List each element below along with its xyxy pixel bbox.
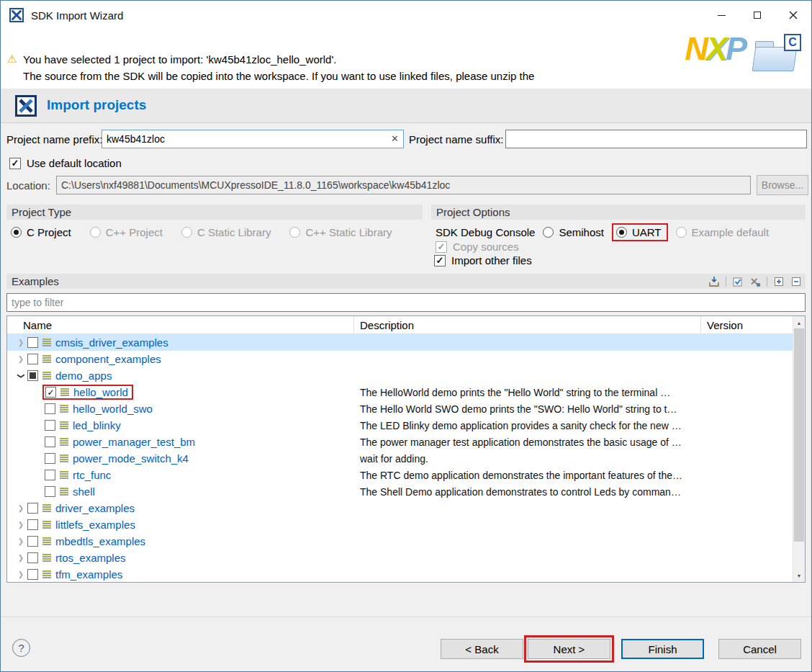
example-item-label[interactable]: shell bbox=[73, 485, 95, 498]
example-item-label[interactable]: led_blinky bbox=[73, 419, 121, 431]
table-row[interactable]: ❯component_examples bbox=[7, 351, 793, 367]
row-name-cell: ❯littlefs_examples bbox=[7, 516, 354, 533]
example-item-label[interactable]: hello_world bbox=[73, 386, 128, 398]
browse-button[interactable]: Browse... bbox=[757, 175, 808, 195]
radio-icon[interactable] bbox=[289, 227, 300, 238]
example-item-label[interactable]: power_mode_switch_k4 bbox=[73, 452, 189, 465]
back-button[interactable]: < Back bbox=[441, 639, 523, 659]
scroll-down-icon[interactable]: ▼ bbox=[793, 570, 805, 581]
row-checkbox[interactable] bbox=[27, 536, 38, 547]
radio-icon[interactable] bbox=[11, 227, 22, 238]
row-checkbox[interactable] bbox=[45, 453, 55, 464]
example-item-label[interactable]: littlefs_examples bbox=[55, 519, 135, 531]
radio-icon[interactable] bbox=[90, 227, 101, 238]
example-item-label[interactable]: demo_apps bbox=[55, 369, 112, 382]
table-row[interactable]: ❯tfm_examples bbox=[7, 566, 793, 582]
next-button[interactable]: Next > bbox=[528, 639, 610, 659]
row-checkbox[interactable] bbox=[27, 354, 38, 364]
row-checkbox[interactable] bbox=[27, 552, 38, 563]
example-item-label[interactable]: component_examples bbox=[55, 353, 161, 365]
table-row[interactable]: hello_world_swoThe Hello World SWO demo … bbox=[7, 400, 793, 417]
radio-c-project[interactable]: C++ Project bbox=[90, 226, 163, 238]
row-checkbox[interactable] bbox=[45, 403, 55, 414]
example-item-label[interactable]: cmsis_driver_examples bbox=[55, 336, 168, 349]
import-other-files-checkbox[interactable] bbox=[434, 255, 446, 266]
radio-icon[interactable] bbox=[181, 227, 192, 238]
chevron-collapsed-icon[interactable]: ❯ bbox=[14, 356, 27, 363]
project-name-suffix-input[interactable] bbox=[505, 130, 807, 148]
radio-icon[interactable] bbox=[616, 227, 627, 238]
radio-semihost[interactable]: Semihost bbox=[543, 226, 604, 238]
select-all-icon[interactable] bbox=[732, 276, 744, 287]
deselect-all-icon[interactable] bbox=[749, 276, 761, 287]
help-button[interactable]: ? bbox=[12, 639, 30, 657]
collapse-all-icon[interactable] bbox=[790, 276, 802, 287]
chevron-collapsed-icon[interactable]: ❯ bbox=[14, 571, 27, 578]
example-item-label[interactable]: tfm_examples bbox=[55, 568, 122, 581]
row-body: mbedtls_examples bbox=[27, 534, 145, 549]
chevron-collapsed-icon[interactable]: ❯ bbox=[14, 538, 27, 545]
table-row[interactable]: led_blinkyThe LED Blinky demo applicatio… bbox=[7, 417, 793, 434]
scroll-up-icon[interactable]: ▲ bbox=[793, 317, 805, 328]
minimize-button[interactable] bbox=[703, 1, 739, 30]
close-button[interactable] bbox=[775, 1, 811, 30]
expand-all-icon[interactable] bbox=[773, 276, 785, 287]
row-checkbox[interactable] bbox=[27, 337, 38, 348]
scrollbar-thumb[interactable] bbox=[794, 328, 804, 542]
row-checkbox[interactable] bbox=[27, 519, 38, 530]
radio-label: UART bbox=[632, 226, 662, 238]
radio-icon[interactable] bbox=[676, 227, 687, 238]
radio-icon[interactable] bbox=[543, 227, 554, 238]
table-row[interactable]: rtc_funcThe RTC demo application demonst… bbox=[7, 467, 793, 483]
chevron-collapsed-icon[interactable]: ❯ bbox=[14, 339, 27, 346]
row-checkbox[interactable]: ✓ bbox=[45, 387, 56, 398]
import-other-files-row[interactable]: Import other files bbox=[434, 254, 532, 266]
cancel-button[interactable]: Cancel bbox=[718, 639, 801, 659]
finish-button[interactable]: Finish bbox=[621, 639, 704, 659]
example-item-label[interactable]: rtos_examples bbox=[55, 552, 126, 564]
radio-uart[interactable]: UART bbox=[612, 223, 668, 241]
row-checkbox[interactable] bbox=[45, 486, 55, 497]
table-row[interactable]: ❯rtos_examples bbox=[7, 550, 793, 566]
row-checkbox[interactable] bbox=[45, 420, 55, 431]
maximize-button[interactable] bbox=[739, 1, 775, 30]
clear-prefix-icon[interactable]: ✕ bbox=[391, 133, 399, 144]
table-row[interactable]: ❯mbedtls_examples bbox=[7, 533, 793, 550]
chevron-collapsed-icon[interactable]: ❯ bbox=[14, 555, 27, 562]
chevron-collapsed-icon[interactable]: ❯ bbox=[14, 521, 27, 529]
filter-input[interactable] bbox=[6, 293, 806, 312]
table-row[interactable]: ❯demo_apps bbox=[7, 367, 793, 384]
radio-c-static-library[interactable]: C Static Library bbox=[181, 226, 271, 238]
row-checkbox[interactable] bbox=[45, 436, 55, 447]
use-default-location-row[interactable]: Use default location bbox=[9, 157, 122, 169]
table-row[interactable]: ❯littlefs_examples bbox=[7, 516, 793, 533]
example-item-label[interactable]: mbedtls_examples bbox=[55, 535, 145, 547]
example-item-label[interactable]: driver_examples bbox=[55, 502, 135, 514]
row-checkbox[interactable] bbox=[45, 470, 55, 480]
row-checkbox[interactable] bbox=[27, 370, 38, 381]
radio-c-static-library[interactable]: C++ Static Library bbox=[289, 226, 392, 238]
vertical-scrollbar[interactable]: ▲ ▼ bbox=[793, 316, 805, 582]
example-item-label[interactable]: hello_world_swo bbox=[73, 403, 153, 415]
chevron-expanded-icon[interactable]: ❯ bbox=[14, 372, 27, 380]
suffix-label: Project name suffix: bbox=[409, 133, 503, 145]
example-item-label[interactable]: power_manager_test_bm bbox=[73, 436, 195, 448]
chevron-collapsed-icon[interactable]: ❯ bbox=[14, 505, 27, 512]
table-row[interactable]: ❯cmsis_driver_examples bbox=[7, 334, 793, 351]
use-default-location-checkbox[interactable] bbox=[9, 158, 21, 169]
example-item-label[interactable]: rtc_func bbox=[73, 469, 111, 481]
column-header-version[interactable]: Version bbox=[701, 316, 793, 333]
table-row[interactable]: power_mode_switch_k4wait for adding. bbox=[7, 450, 793, 467]
row-checkbox[interactable] bbox=[27, 503, 38, 514]
table-row[interactable]: power_manager_test_bmThe power manager t… bbox=[7, 434, 793, 450]
column-header-description[interactable]: Description bbox=[354, 316, 701, 333]
radio-example-default[interactable]: Example default bbox=[676, 226, 770, 238]
radio-c-project[interactable]: C Project bbox=[11, 226, 71, 238]
row-checkbox[interactable] bbox=[27, 569, 38, 580]
import-archive-icon[interactable] bbox=[708, 276, 720, 287]
project-name-prefix-input[interactable] bbox=[102, 130, 404, 148]
table-row[interactable]: shellThe Shell Demo application demonstr… bbox=[7, 483, 793, 500]
column-header-name[interactable]: Name bbox=[7, 316, 354, 333]
table-row[interactable]: ✓hello_worldThe HelloWorld demo prints t… bbox=[7, 384, 793, 400]
table-row[interactable]: ❯driver_examples bbox=[7, 500, 793, 516]
